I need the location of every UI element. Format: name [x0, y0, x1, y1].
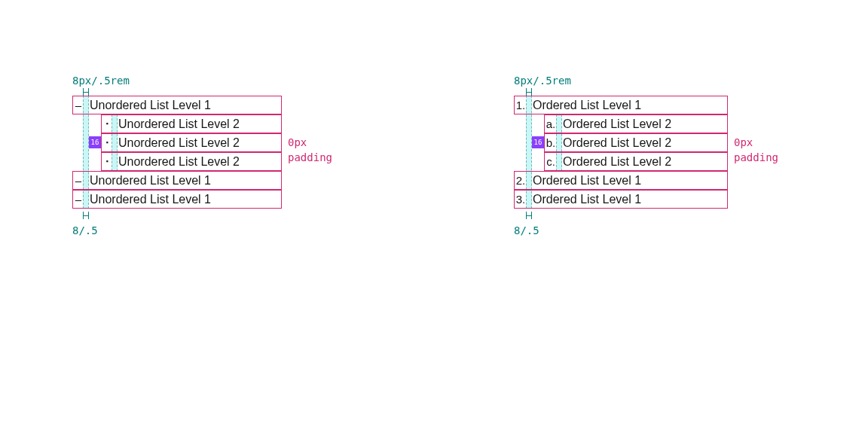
ordered-marker: a.	[545, 118, 557, 130]
indent-chip-value: 16	[534, 139, 542, 146]
indent-chip-value: 16	[91, 139, 99, 146]
list-item: a. Ordered List Level 2	[544, 114, 728, 133]
measure-label-top: 8px/.5rem	[72, 75, 130, 86]
unordered-list-spec: 8px/.5rem – Unordered List Level 1 ▪ Uno…	[72, 96, 404, 209]
tick-bottom	[526, 212, 532, 219]
list-item-label: Ordered List Level 2	[557, 117, 671, 131]
square-icon: ▪	[102, 158, 112, 165]
spec-diagram: 8px/.5rem – Unordered List Level 1 ▪ Uno…	[0, 0, 868, 424]
unordered-list: – Unordered List Level 1 ▪ Unordered Lis…	[72, 96, 282, 209]
ordered-marker: 2.	[515, 175, 527, 186]
square-icon: ▪	[102, 139, 112, 146]
list-item: c. Ordered List Level 2	[544, 152, 728, 171]
ordered-list: 1. Ordered List Level 1 a. Ordered List …	[514, 96, 728, 209]
list-item: – Unordered List Level 1	[72, 96, 282, 114]
list-item: – Unordered List Level 1	[72, 190, 282, 209]
list-item: – Unordered List Level 1	[72, 171, 282, 190]
dash-icon: –	[73, 99, 84, 111]
tick-top	[526, 88, 532, 96]
list-item: b. Ordered List Level 2	[544, 133, 728, 152]
padding-note-line1: 0px	[288, 137, 332, 148]
list-item-label: Ordered List Level 1	[527, 99, 641, 112]
measure-label-bottom: 8/.5	[72, 225, 98, 236]
measure-label-top: 8px/.5rem	[514, 75, 571, 86]
ordered-list-spec: 8px/.5rem 1. Ordered List Level 1 a. Ord…	[514, 96, 845, 209]
list-item-label: Unordered List Level 2	[112, 155, 240, 169]
list-item: 1. Ordered List Level 1	[514, 96, 728, 114]
padding-note-line1: 0px	[734, 137, 778, 148]
list-item-label: Unordered List Level 2	[112, 117, 240, 131]
ordered-marker: 3.	[515, 194, 527, 205]
ordered-marker: c.	[545, 156, 557, 167]
list-item: ▪ Unordered List Level 2	[101, 133, 282, 152]
padding-note: 0px padding	[734, 137, 778, 163]
padding-note: 0px padding	[288, 137, 332, 163]
padding-note-line2: padding	[734, 152, 778, 163]
list-item-label: Ordered List Level 1	[527, 174, 641, 188]
padding-note-line2: padding	[288, 152, 332, 163]
measure-label-bottom: 8/.5	[514, 225, 539, 236]
dash-icon: –	[73, 194, 84, 205]
list-item: 3. Ordered List Level 1	[514, 190, 728, 209]
ordered-marker: 1.	[515, 99, 527, 111]
ordered-marker: b.	[545, 137, 557, 148]
tick-top	[83, 88, 89, 96]
dash-icon: –	[73, 175, 84, 186]
square-icon: ▪	[102, 120, 112, 127]
list-item-label: Ordered List Level 1	[527, 193, 641, 206]
list-item-label: Ordered List Level 2	[557, 136, 671, 150]
list-item-label: Ordered List Level 2	[557, 155, 671, 169]
indent-chip: 16	[532, 136, 544, 148]
list-item-label: Unordered List Level 1	[84, 99, 211, 112]
list-item-label: Unordered List Level 1	[84, 193, 211, 206]
list-item: 2. Ordered List Level 1	[514, 171, 728, 190]
indent-chip: 16	[89, 136, 101, 148]
list-item: ▪ Unordered List Level 2	[101, 114, 282, 133]
list-item-label: Unordered List Level 1	[84, 174, 211, 188]
list-item-label: Unordered List Level 2	[112, 136, 240, 150]
tick-bottom	[83, 212, 89, 219]
list-item: ▪ Unordered List Level 2	[101, 152, 282, 171]
